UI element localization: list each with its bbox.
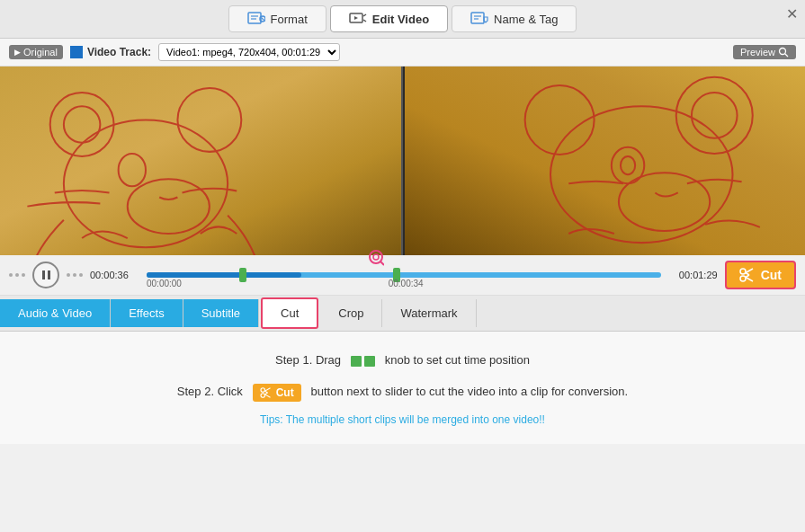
- subtab-watermark[interactable]: Watermark: [382, 299, 476, 327]
- search-icon: [778, 47, 789, 58]
- dots-left: [9, 273, 25, 277]
- video-track-label: Video Track:: [70, 46, 151, 58]
- video-frame-right: [405, 66, 806, 255]
- tab-format[interactable]: Format: [228, 5, 326, 32]
- svg-point-12: [780, 49, 786, 55]
- tips-text: Tips: The multiple short clips will be m…: [18, 413, 787, 426]
- video-area: [0, 66, 805, 255]
- dots-right: [67, 273, 83, 277]
- track-select[interactable]: Video1: mpeg4, 720x404, 00:01:29: [158, 43, 340, 61]
- svg-line-34: [746, 269, 753, 273]
- svg-rect-14: [0, 66, 401, 255]
- content-area: Step 1. Drag knob to set cut time positi…: [0, 332, 805, 444]
- svg-point-33: [740, 276, 746, 281]
- preview-badge: Preview: [733, 45, 796, 59]
- search-pin: [368, 249, 384, 272]
- step2-label: Step 2. Click: [177, 385, 243, 398]
- svg-rect-9: [471, 13, 484, 23]
- time-markers: 00:00:00 00:00:34: [147, 279, 661, 288]
- knob-icon: [351, 356, 375, 367]
- inline-cut-label: Cut: [276, 386, 294, 399]
- svg-point-39: [261, 394, 265, 398]
- edit-video-icon: [349, 12, 367, 26]
- inline-cut-button[interactable]: Cut: [253, 384, 301, 402]
- close-button[interactable]: ✕: [786, 5, 798, 22]
- preview-label: Preview: [740, 47, 775, 58]
- subtab-effects[interactable]: Effects: [111, 299, 183, 327]
- tab-edit-video[interactable]: Edit Video: [330, 5, 448, 32]
- svg-line-30: [380, 262, 384, 265]
- video-track-text: Video Track:: [87, 46, 151, 58]
- step2-text: Step 2. Click Cut button next to slider …: [18, 381, 787, 402]
- svg-point-29: [370, 251, 382, 263]
- svg-point-38: [261, 388, 265, 393]
- video-panel-left: [0, 66, 403, 255]
- video-frame-left: [0, 66, 401, 255]
- slider-track[interactable]: [147, 272, 661, 278]
- current-time: 00:00:36: [90, 270, 139, 280]
- svg-line-7: [363, 14, 366, 16]
- video-panel-right: [405, 66, 806, 255]
- time-marker-end: 00:00:34: [389, 279, 424, 288]
- pause-button[interactable]: [32, 262, 59, 288]
- tab-edit-video-label: Edit Video: [372, 13, 429, 26]
- time-start: 00:00:00: [147, 279, 182, 288]
- inline-scissors-icon: [260, 387, 273, 398]
- slider-progress: [147, 272, 301, 278]
- svg-line-13: [785, 54, 789, 58]
- svg-line-35: [746, 278, 753, 282]
- svg-line-41: [264, 395, 270, 397]
- svg-line-37: [746, 275, 749, 278]
- svg-rect-0: [248, 13, 261, 23]
- step2-suffix: button next to slider to cut the video i…: [311, 385, 629, 398]
- step1-label: Step 1. Drag: [275, 353, 341, 367]
- svg-line-43: [264, 393, 267, 395]
- pause-icon: [42, 270, 50, 279]
- tab-bar: Format Edit Video Name & Tag: [0, 0, 805, 39]
- video-track-bar: ▶ Original Video Track: Video1: mpeg4, 7…: [0, 39, 805, 66]
- blue-square-icon: [70, 46, 83, 58]
- svg-rect-21: [405, 66, 806, 255]
- sub-tabs: Audio & Video Effects Subtitle Cut Crop …: [0, 296, 805, 332]
- subtab-audio-video[interactable]: Audio & Video: [0, 299, 111, 327]
- cut-button[interactable]: Cut: [725, 261, 796, 289]
- tips-label: Tips: The multiple short clips will be m…: [260, 413, 545, 426]
- subtab-crop[interactable]: Crop: [320, 299, 382, 327]
- step1-text: Step 1. Drag knob to set cut time positi…: [18, 350, 787, 370]
- subtab-subtitle[interactable]: Subtitle: [183, 299, 259, 327]
- step1-suffix: knob to set cut time position: [385, 353, 530, 367]
- format-icon: [247, 12, 265, 26]
- original-badge: ▶ Original: [9, 45, 63, 59]
- svg-line-40: [264, 388, 270, 391]
- tab-format-label: Format: [271, 13, 308, 26]
- tab-name-tag-label: Name & Tag: [494, 13, 558, 26]
- svg-line-8: [363, 20, 366, 22]
- tab-name-tag[interactable]: Name & Tag: [452, 5, 577, 32]
- playback-bar: 00:00:36 00:00:00 00:00:34 00:01:29: [0, 255, 805, 296]
- slider-container[interactable]: 00:00:00 00:00:34: [147, 262, 661, 288]
- cut-button-label: Cut: [761, 268, 782, 282]
- svg-point-31: [373, 254, 379, 260]
- svg-point-32: [740, 269, 746, 274]
- total-time: 00:01:29: [668, 270, 718, 280]
- tag-icon: [470, 12, 488, 26]
- svg-marker-6: [354, 16, 358, 20]
- scissors-icon: [739, 268, 756, 282]
- original-label: Original: [23, 47, 58, 58]
- subtab-cut[interactable]: Cut: [261, 297, 318, 329]
- svg-line-4: [261, 18, 264, 21]
